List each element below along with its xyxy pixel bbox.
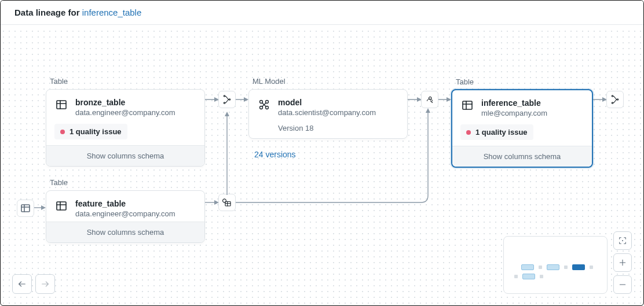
node-name: feature_table [75,199,195,208]
zoom-in-button[interactable] [613,253,632,272]
svg-marker-29 [225,112,229,116]
minimap-node [522,274,535,279]
feature-store-chip[interactable] [218,194,236,211]
node-owner: data.scientist@company.com [278,108,398,117]
svg-marker-4 [41,205,46,210]
svg-rect-8 [57,202,66,210]
node-owner: data.engineer@company.com [75,209,195,218]
flow-icon [610,94,620,105]
minimap-chip [539,266,542,269]
svg-point-15 [224,102,225,104]
minimap-node-selected [572,264,585,270]
svg-point-41 [617,99,618,100]
minimap-chip [514,275,518,278]
svg-marker-33 [447,97,451,102]
quality-dot-icon [466,130,471,135]
table-icon [56,99,67,110]
svg-marker-17 [244,97,248,102]
svg-rect-5 [57,101,66,109]
minimap[interactable] [503,236,608,294]
page-title-target-link[interactable]: inference_table [82,8,142,17]
node-name: bronze_table [75,98,195,107]
svg-rect-20 [225,202,230,207]
node-owner: mle@company.com [481,109,583,117]
node-name: inference_table [481,98,583,108]
node-type-label: Table [50,77,68,86]
node-name: model [278,98,398,107]
minus-icon [618,280,627,289]
node-type-label: Table [456,78,474,86]
downstream-flow-chip[interactable] [606,91,624,108]
page-title-prefix: Data lineage for [14,8,82,17]
upstream-table-chip[interactable] [17,200,34,217]
canvas-controls [613,231,632,294]
svg-point-42 [612,102,613,104]
table-icon [56,200,67,212]
model-icon [258,99,270,110]
node-bronze-table[interactable]: Table bronze_table data.engineer@company… [46,89,205,167]
nav-forward-button[interactable] [35,274,55,294]
center-view-button[interactable] [613,231,632,250]
plus-icon [618,258,627,267]
page-header: Data lineage for inference_table [1,1,643,25]
quality-text: 1 quality issue [69,127,122,136]
nav-back-button[interactable] [12,274,32,294]
lineage-canvas[interactable]: Table bronze_table data.engineer@company… [1,28,643,305]
serving-icon [425,94,435,105]
node-feature-table[interactable]: Table feature_table data.engineer@compan… [46,190,205,243]
show-columns-button[interactable]: Show columns schema [46,145,204,166]
serving-chip[interactable] [421,91,438,108]
notebook-flow-chip[interactable] [218,91,236,108]
svg-rect-35 [463,101,472,109]
quality-badge[interactable]: 1 quality issue [460,124,533,140]
minimap-chip [540,275,543,278]
minimap-chip [590,266,593,269]
svg-point-45 [622,240,623,241]
svg-rect-0 [21,205,30,212]
arrow-right-icon [41,279,50,289]
node-owner: data.engineer@company.com [75,108,195,117]
quality-dot-icon [60,130,65,134]
table-icon [20,203,31,213]
model-version: Version 18 [249,120,407,138]
node-type-label: Table [50,178,68,187]
quality-badge[interactable]: 1 quality issue [54,124,127,139]
svg-point-40 [612,95,613,97]
model-versions-link[interactable]: 24 versions [254,150,296,159]
show-columns-button[interactable]: Show columns schema [46,222,204,242]
show-columns-button[interactable]: Show columns schema [452,146,592,167]
minimap-node [521,264,534,270]
quality-text: 1 quality issue [475,128,528,137]
arrow-left-icon [17,279,27,289]
node-type-label: ML Model [253,77,286,86]
svg-point-14 [229,99,230,100]
node-ml-model[interactable]: ML Model model data.scientist@company.co… [248,89,408,139]
table-icon [462,99,473,111]
svg-point-13 [224,95,225,97]
feature-store-icon [222,197,232,208]
flow-icon [222,94,232,105]
minimap-chip [564,266,568,269]
zoom-out-button[interactable] [613,275,632,294]
center-icon [618,236,627,245]
node-inference-table[interactable]: Table inference_table mle@company.com 1 … [451,89,593,168]
svg-marker-34 [426,108,430,113]
minimap-node [547,264,559,270]
